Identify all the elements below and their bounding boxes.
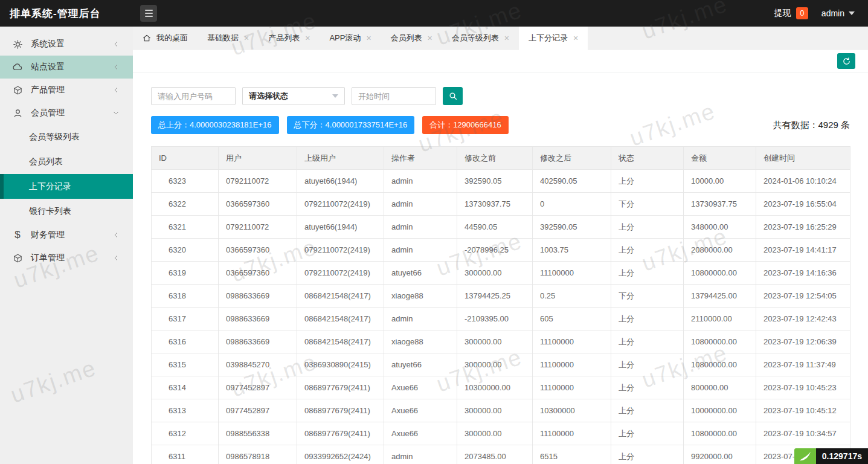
tab-updown-records[interactable]: 上下分记录× (519, 27, 588, 50)
close-icon[interactable]: × (244, 34, 249, 42)
cell-parent-user: 0386930890(2415) (297, 353, 384, 376)
app-title: 排单系统-管理后台 (10, 7, 101, 21)
tab-label: 我的桌面 (156, 33, 188, 44)
sidebar-item-order-mgmt[interactable]: 订单管理 (0, 246, 133, 269)
cell-after-value: 11100000 (533, 422, 611, 445)
cell-operator: admin (384, 193, 457, 216)
cell-created-at: 2023-07-19 14:41:17 (756, 239, 850, 262)
records-table: ID用户上级用户操作者修改之前修改之后状态金额创建时间 632307921100… (151, 146, 850, 464)
cell-user: 0988556338 (219, 422, 297, 445)
user-icon (12, 108, 23, 118)
col-header-user: 用户 (219, 147, 297, 170)
menu-label: 产品管理 (31, 85, 65, 95)
chevron-left-icon (112, 63, 120, 71)
sidebar-item-updown-records[interactable]: 上下分记录 (0, 174, 133, 199)
sidebar-item-site-settings[interactable]: 站点设置 (0, 56, 133, 79)
tab-basic-data[interactable]: 基础数据× (198, 27, 259, 49)
user-number-input[interactable] (151, 87, 236, 105)
withdraw-link[interactable]: 提现 0 (774, 7, 808, 19)
tab-member-level-list[interactable]: 会员等级列表× (442, 27, 519, 49)
sidebar-item-member-list[interactable]: 会员列表 (0, 149, 133, 174)
menu-label: 订单管理 (31, 253, 65, 263)
cell-user: 0977452897 (219, 376, 297, 399)
cell-id: 6315 (152, 353, 219, 376)
cell-before-value: 300000.00 (457, 399, 533, 422)
close-icon[interactable]: × (504, 34, 509, 42)
cell-status: 上分 (611, 216, 684, 239)
cell-after-value: 605 (533, 308, 611, 330)
cell-created-at: 2023-07-19 10:34:57 (756, 422, 850, 445)
user-menu[interactable]: admin (821, 8, 855, 18)
search-button[interactable] (443, 87, 463, 105)
cell-before-value: -2078996.25 (457, 239, 533, 262)
withdraw-count-badge: 0 (796, 7, 808, 19)
cell-parent-user: 0792110072(2419) (297, 239, 384, 262)
cell-status: 上分 (611, 239, 684, 262)
chevron-left-icon (112, 40, 120, 48)
tab-label: 基础数据 (207, 33, 239, 44)
total-up-stat[interactable]: 总上分：4.0000030238181E+16 (151, 116, 279, 134)
cell-user: 0792110072 (219, 216, 297, 239)
table-header-row: ID用户上级用户操作者修改之前修改之后状态金额创建时间 (152, 147, 850, 170)
menu-label: 系统设置 (31, 39, 65, 50)
cell-before-value: 392590.05 (457, 170, 533, 193)
cell-operator: atuyet66 (384, 262, 457, 285)
cell-operator: admin (384, 308, 457, 330)
start-time-input[interactable] (352, 87, 436, 105)
sidebar-item-system-settings[interactable]: 系统设置 (0, 33, 133, 56)
cell-id: 6320 (152, 239, 219, 262)
cell-user: 0977452897 (219, 399, 297, 422)
col-header-amount: 金额 (684, 147, 756, 170)
cell-amount: 13794425.00 (684, 285, 756, 308)
cell-created-at: 2024-01-06 10:10:24 (756, 170, 850, 193)
sidebar-toggle-button[interactable] (140, 5, 157, 22)
cell-parent-user: 0792110072(2419) (297, 262, 384, 285)
cell-parent-user: 0868977679(2411) (297, 422, 384, 445)
sidebar-item-product-mgmt[interactable]: 产品管理 (0, 79, 133, 102)
cell-after-value: 402590.05 (533, 170, 611, 193)
cell-amount: 348000.00 (684, 216, 756, 239)
cell-parent-user: 0933992652(2424) (297, 445, 384, 464)
sidebar-item-member-mgmt[interactable]: 会员管理 (0, 102, 133, 124)
trace-widget: 0.129717s (794, 448, 868, 464)
cell-status: 上分 (611, 330, 684, 353)
cell-created-at: 2023-07-19 16:55:04 (756, 193, 850, 216)
tab-member-list[interactable]: 会员列表× (381, 27, 442, 49)
cell-status: 上分 (611, 353, 684, 376)
status-select[interactable]: 请选择状态 (242, 87, 345, 105)
cell-operator: atuyet66 (384, 353, 457, 376)
cell-id: 6314 (152, 376, 219, 399)
tab-product-list[interactable]: 产品列表× (259, 27, 320, 49)
tab-my-desktop[interactable]: 我的桌面 (133, 27, 198, 49)
filter-row: 请选择状态 (151, 87, 850, 105)
total-down-stat[interactable]: 总下分：4.0000017337514E+16 (287, 116, 415, 134)
tab-label: 会员列表 (391, 33, 422, 44)
table-row: 631809886336690868421548(2417)xiaoge8813… (152, 285, 850, 308)
col-header-operator: 操作者 (384, 147, 457, 170)
cell-amount: 10000.00 (684, 170, 756, 193)
sidebar-item-member-level-list[interactable]: 会员等级列表 (0, 124, 133, 149)
sidebar-item-finance-mgmt[interactable]: $财务管理 (0, 224, 133, 246)
refresh-button[interactable] (837, 53, 855, 69)
table-row: 63230792110072atuyet66(1944)admin392590.… (152, 170, 850, 193)
content: 请选择状态 总上分：4.0000030238181E+16 总下分：4.0000… (133, 72, 868, 464)
cell-created-at: 2023-07-19 11:37:49 (756, 353, 850, 376)
table-row: 631209885563380868977679(2411)Axue663000… (152, 422, 850, 445)
cell-after-value: 11100000 (533, 330, 611, 353)
close-icon[interactable]: × (305, 34, 310, 42)
cell-id: 6318 (152, 285, 219, 308)
cell-parent-user: 0792110072(2419) (297, 193, 384, 216)
col-header-after-value: 修改之后 (533, 147, 611, 170)
sidebar-item-bank-card-list[interactable]: 银行卡列表 (0, 199, 133, 224)
tab-app-scroll[interactable]: APP滚动× (320, 27, 381, 49)
cell-amount: 10800000.00 (684, 422, 756, 445)
close-icon[interactable]: × (428, 34, 432, 42)
close-icon[interactable]: × (366, 34, 371, 42)
trace-icon[interactable] (794, 448, 816, 464)
cell-after-value: 0.25 (533, 285, 611, 308)
total-sum-stat[interactable]: 合计：12900666416 (422, 116, 509, 134)
col-header-created-at: 创建时间 (756, 147, 850, 170)
cell-created-at: 2023-07-19 10:45:23 (756, 376, 850, 399)
cell-amount: 10800000.00 (684, 330, 756, 353)
close-icon[interactable]: × (573, 34, 578, 42)
